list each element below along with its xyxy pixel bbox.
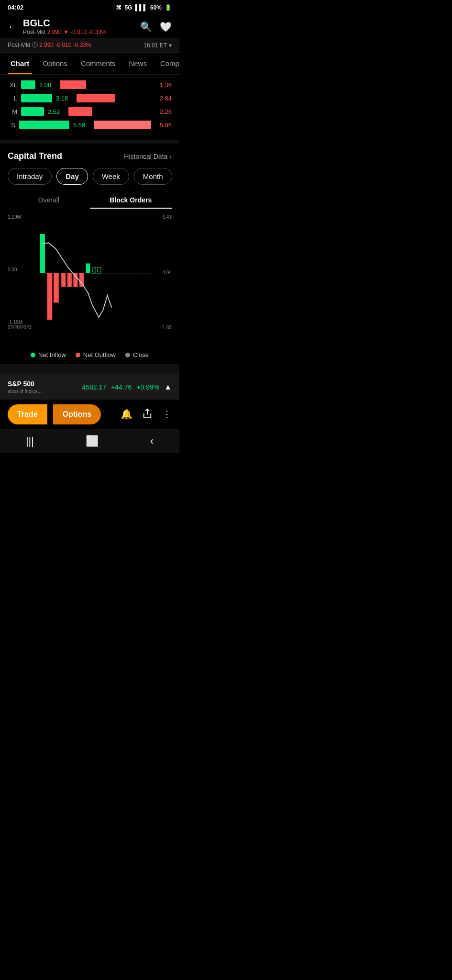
options-button[interactable]: Options <box>53 404 101 424</box>
l-red-bar <box>77 94 115 102</box>
bluetooth-icon: ⌘ <box>116 4 121 11</box>
secondary-price: 2.990 <box>39 42 54 48</box>
bar-red-5 <box>73 273 77 287</box>
capital-trend-title: Capital Trend <box>8 151 62 161</box>
y-left-top: 1.19M <box>8 214 36 220</box>
chart-inner <box>36 214 153 332</box>
section-divider <box>0 140 179 144</box>
market-time: 16:01 ET <box>143 42 167 49</box>
bar-red-2 <box>54 273 59 303</box>
s-last-val: 5.86 <box>155 122 172 129</box>
bottom-ticker-bar[interactable]: S&P 500 ation of Indica... 4582.17 +44.7… <box>0 374 179 400</box>
nav-tabs: Chart Options Comments News Company <box>0 53 179 75</box>
alert-icon[interactable]: 🔔 <box>121 408 132 421</box>
signal-bars-icon: ▌▌▌ <box>135 4 147 11</box>
share-icon[interactable] <box>142 408 153 421</box>
price-change: -0.010 <box>70 29 87 35</box>
status-bar: 04:02 ⌘ 5G ▌▌▌ 60% 🔋 <box>0 0 179 15</box>
more-icon[interactable]: ⋮ <box>162 408 172 421</box>
system-nav-bar: ||| ⬜ ‹ <box>0 429 179 453</box>
xl-red-bar <box>60 80 86 89</box>
search-icon[interactable]: 🔍 <box>140 21 152 33</box>
tab-news[interactable]: News <box>122 53 154 74</box>
battery-label: 60% <box>150 4 162 11</box>
chart-svg <box>36 214 153 332</box>
tab-news-label: News <box>129 59 147 67</box>
xl-last-val: 1.36 <box>155 81 172 89</box>
chart-legend: Net Inflow Net Outflow Close <box>8 346 172 364</box>
period-month[interactable]: Month <box>134 168 172 185</box>
bar-green-1 <box>40 234 45 273</box>
watchlist-icon[interactable]: 🤍 <box>160 21 172 33</box>
bar-red-4 <box>67 273 72 287</box>
historical-data-link[interactable]: Historical Data › <box>124 153 172 160</box>
chevron-right-icon: › <box>169 153 172 160</box>
size-s-label: S <box>8 122 15 129</box>
s-green-val: 5.59 <box>73 122 90 129</box>
bar-green-3 <box>92 267 96 273</box>
l-green-val: 3.18 <box>56 95 73 102</box>
sp500-label: S&P 500 <box>8 380 42 388</box>
tab-company-label: Company <box>160 59 179 67</box>
chart-tab-overall[interactable]: Overall <box>8 192 90 209</box>
y-right-bottom: 1.65 <box>153 325 172 330</box>
bar-red-1 <box>47 273 53 320</box>
home-button[interactable]: ⬜ <box>86 435 99 447</box>
period-intraday[interactable]: Intraday <box>8 168 52 185</box>
m-green-val: 2.52 <box>48 108 65 115</box>
y-right-mid: 4.04 <box>153 270 172 275</box>
size-row-xl: XL 1.08 1.36 <box>8 80 172 89</box>
tab-comments[interactable]: Comments <box>74 53 122 74</box>
legend-outflow-label: Net Outflow <box>83 351 116 358</box>
post-mkt-label2: Post-Mkt ⓘ <box>8 42 39 48</box>
size-l-label: L <box>8 95 17 102</box>
indication-text: ation of Indica... <box>8 389 42 394</box>
secondary-change: -0.010 -0.33% <box>55 42 91 48</box>
sp500-price: 4582.17 <box>82 383 106 391</box>
period-buttons: Intraday Day Week Month <box>8 168 172 185</box>
back-button[interactable]: ← <box>8 21 18 33</box>
tab-company[interactable]: Company <box>154 53 179 74</box>
m-green-bar <box>21 107 44 116</box>
legend-inflow-label: Net Inflow <box>38 351 66 358</box>
block-orders-tab-label: Block Orders <box>110 196 152 204</box>
price-change-pct: -0.33% <box>88 29 107 35</box>
size-row-l: L 3.18 2.84 <box>8 94 172 102</box>
secondary-right: 16:01 ET ▾ <box>143 42 172 49</box>
m-red-bar <box>68 107 92 116</box>
back-nav-button[interactable]: ‹ <box>150 435 154 447</box>
legend-net-inflow: Net Inflow <box>31 351 66 358</box>
legend-dot-red <box>76 353 80 357</box>
chart-tabs: Overall Block Orders <box>8 192 172 209</box>
chevron-up-icon: ▲ <box>164 383 172 391</box>
xl-green-val: 1.08 <box>39 81 56 89</box>
size-row-s: S 5.59 5.86 <box>8 121 172 129</box>
secondary-price-bar: Post-Mkt ⓘ 2.990 -0.010 -0.33% 16:01 ET … <box>0 38 179 53</box>
trade-button[interactable]: Trade <box>8 404 47 424</box>
tab-options[interactable]: Options <box>36 53 74 74</box>
signal-icon: 5G <box>124 4 132 11</box>
period-week[interactable]: Week <box>93 168 129 185</box>
l-green-bar <box>21 94 52 102</box>
l-last-val: 2.84 <box>155 95 172 102</box>
sp500-change: +44.76 <box>111 383 132 391</box>
status-time: 04:02 <box>8 4 23 11</box>
post-mkt-price: 2.990 <box>47 29 62 35</box>
status-icons: ⌘ 5G ▌▌▌ 60% 🔋 <box>116 4 172 11</box>
capital-trend-header: Capital Trend Historical Data › <box>8 151 172 161</box>
overall-tab-label: Overall <box>38 196 59 204</box>
recents-button[interactable]: ||| <box>26 435 34 447</box>
secondary-left: Post-Mkt ⓘ 2.990 -0.010 -0.33% <box>8 41 91 49</box>
chevron-down-icon: ▾ <box>169 42 172 49</box>
stock-header: ← BGLC Post-Mkt 2.990 ▼ -0.010 -0.33% 🔍 … <box>0 15 179 38</box>
spacer <box>0 364 179 374</box>
tab-chart[interactable]: Chart <box>4 53 36 74</box>
chart-tab-block-orders[interactable]: Block Orders <box>90 192 172 209</box>
s-green-bar <box>19 121 69 129</box>
chart-area: 1.19M 0.00 -1.19M 07/20/2023 6.43 4.04 1… <box>8 212 172 346</box>
battery-icon: 🔋 <box>165 4 172 11</box>
price-arrow: ▼ <box>63 29 70 35</box>
post-mkt-label: Post-Mkt <box>23 29 47 35</box>
period-day[interactable]: Day <box>56 168 88 185</box>
size-m-label: M <box>8 108 17 115</box>
